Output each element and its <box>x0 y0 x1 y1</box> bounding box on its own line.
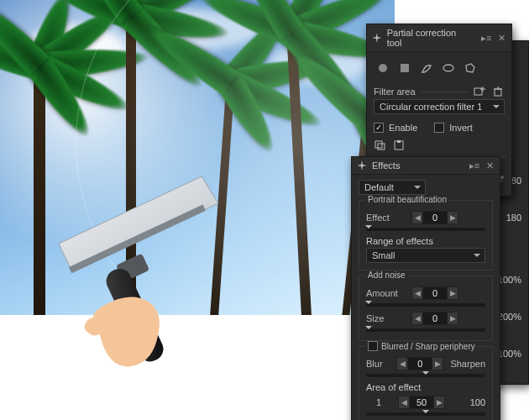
sharpen-label: Sharpen <box>450 359 485 369</box>
size-label: Size <box>366 313 405 323</box>
filter-select-value: Circular correction filter 1 <box>380 102 482 112</box>
copy-mask-icon[interactable] <box>374 139 387 151</box>
panel-title-bar[interactable]: Partial correction tool ▸≡ ✕ <box>367 24 511 52</box>
panel-close-icon[interactable]: ✕ <box>484 160 495 171</box>
noise-group: Add noise Amount ◀ 0 ▶ Size ◀ 0 ▶ <box>359 276 493 341</box>
paste-mask-icon[interactable] <box>392 139 406 151</box>
amount-value[interactable]: 0 <box>422 287 448 299</box>
add-filter-icon[interactable] <box>473 86 486 97</box>
size-slider[interactable] <box>366 328 485 332</box>
svg-rect-11 <box>378 144 385 150</box>
portrait-legend: Portrait beautification <box>364 195 450 204</box>
invert-checkbox-row[interactable]: Invert <box>434 123 473 133</box>
periphery-spinner[interactable]: ◀ 0 ▶ <box>396 357 443 370</box>
periphery-checkbox[interactable] <box>368 341 378 351</box>
area-slider[interactable] <box>366 412 485 416</box>
effect-slider[interactable] <box>366 228 485 231</box>
invert-label: Invert <box>449 123 473 133</box>
blur-label: Blur <box>366 359 390 369</box>
preset-dropdown[interactable]: Default <box>359 180 426 195</box>
area-label: Area of effect <box>366 382 485 392</box>
panel-icon <box>357 160 367 171</box>
svg-rect-13 <box>397 140 401 143</box>
correction-circle-overlay <box>76 0 395 315</box>
area-value[interactable]: 50 <box>409 396 434 408</box>
spinner-right-icon[interactable]: ▶ <box>432 360 443 368</box>
panel-icon <box>372 33 382 43</box>
spinner-left-icon[interactable]: ◀ <box>399 398 409 407</box>
gradient-mask-icon[interactable] <box>397 60 412 76</box>
effect-label: Effect <box>366 213 405 223</box>
filter-area-label: Filter area <box>374 87 416 97</box>
brush-mask-icon[interactable] <box>419 60 434 76</box>
spinner-right-icon[interactable]: ▶ <box>448 213 458 222</box>
periphery-legend: Blurred / Sharp periphery <box>381 342 475 351</box>
circle-mask-icon[interactable] <box>375 60 390 76</box>
enable-checkbox[interactable] <box>374 123 384 133</box>
range-of-effects-label: Range of effects <box>366 236 485 246</box>
spinner-left-icon[interactable]: ◀ <box>412 289 422 297</box>
mask-shape-toolbar <box>374 57 505 82</box>
back-value: 180 <box>498 213 521 223</box>
noise-legend: Add noise <box>364 270 408 280</box>
range-of-effects-value: Small <box>372 250 395 260</box>
svg-rect-10 <box>375 141 382 148</box>
photo-canvas <box>0 0 395 315</box>
panel-menu-icon[interactable]: ▸≡ <box>481 33 491 43</box>
size-value[interactable]: 0 <box>422 312 448 324</box>
invert-checkbox[interactable] <box>434 123 444 133</box>
portrait-group: Portrait beautification Effect ◀ 0 ▶ Ran… <box>359 200 493 270</box>
panel-menu-icon[interactable]: ▸≡ <box>469 160 479 171</box>
spinner-right-icon[interactable]: ▶ <box>448 289 458 297</box>
periphery-slider[interactable] <box>366 374 485 377</box>
preset-dropdown-value: Default <box>364 182 394 192</box>
polygon-mask-icon[interactable] <box>463 60 478 76</box>
svg-point-4 <box>379 64 387 72</box>
amount-label: Amount <box>366 288 405 298</box>
size-spinner[interactable]: ◀ 0 ▶ <box>411 312 458 325</box>
delete-filter-icon[interactable] <box>491 86 505 97</box>
panel-close-icon[interactable]: ✕ <box>496 33 506 43</box>
svg-marker-7 <box>466 64 474 72</box>
spinner-left-icon[interactable]: ◀ <box>412 314 422 323</box>
back-value: 100% <box>498 275 521 285</box>
panel-title-text: Effects <box>372 160 400 171</box>
spinner-right-icon[interactable]: ▶ <box>448 314 458 323</box>
back-value: 100% <box>498 349 521 359</box>
range-of-effects-dropdown[interactable]: Small <box>366 248 485 263</box>
area-min: 1 <box>366 397 391 407</box>
svg-rect-9 <box>495 89 501 96</box>
amount-slider[interactable] <box>366 303 485 307</box>
panel-title-text: Partial correction tool <box>387 28 472 48</box>
svg-rect-5 <box>401 64 409 72</box>
area-max: 100 <box>452 397 485 407</box>
effect-spinner[interactable]: ◀ 0 ▶ <box>411 211 458 224</box>
spinner-right-icon[interactable]: ▶ <box>434 398 444 407</box>
ellipse-mask-icon[interactable] <box>441 60 456 76</box>
effects-panel: Effects ▸≡ ✕ Default Portrait beautifica… <box>351 156 500 420</box>
spinner-left-icon[interactable]: ◀ <box>412 213 422 222</box>
periphery-group: Blurred / Sharp periphery Blur ◀ 0 ▶ Sha… <box>359 346 493 420</box>
svg-point-6 <box>443 65 453 71</box>
enable-checkbox-row[interactable]: Enable <box>374 123 417 133</box>
panel-title-bar[interactable]: Effects ▸≡ ✕ <box>352 157 500 175</box>
svg-point-15 <box>500 176 504 179</box>
filter-select-dropdown[interactable]: Circular correction filter 1 <box>374 99 505 114</box>
spinner-left-icon[interactable]: ◀ <box>397 360 407 368</box>
periphery-value[interactable]: 0 <box>407 358 432 370</box>
back-value: 200% <box>498 312 521 322</box>
effect-value[interactable]: 0 <box>422 212 448 223</box>
enable-label: Enable <box>389 123 417 133</box>
area-spinner[interactable]: ◀ 50 ▶ <box>398 396 445 409</box>
amount-spinner[interactable]: ◀ 0 ▶ <box>411 286 458 300</box>
